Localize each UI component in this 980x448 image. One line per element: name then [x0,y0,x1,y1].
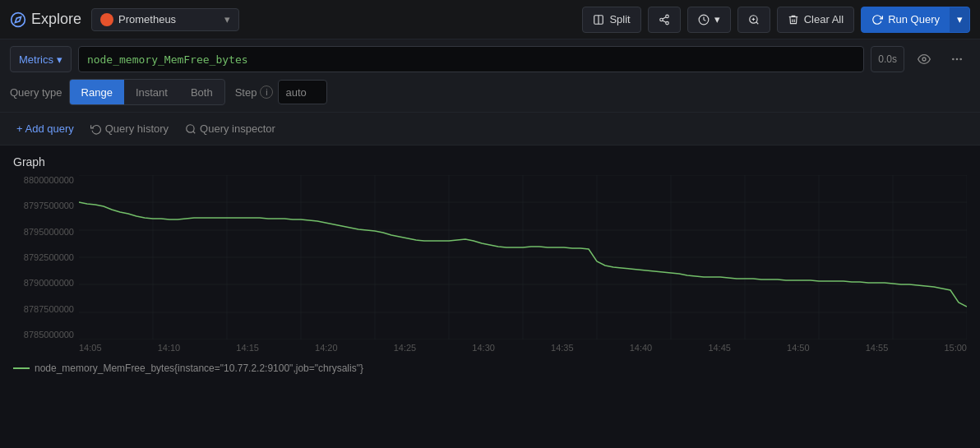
refresh-icon [871,14,883,25]
tab-both[interactable]: Both [179,80,224,104]
y-label-6: 8785000000 [24,330,74,339]
time-picker-button[interactable]: ▾ [687,7,731,33]
run-query-main[interactable]: Run Query [862,7,950,33]
eye-button[interactable] [911,46,937,72]
graph-section: Graph 8800000000 8797500000 8795000000 8… [0,145,980,429]
x-label-7: 14:40 [630,343,653,353]
zoom-button[interactable] [737,7,770,33]
split-icon [593,14,604,25]
split-label: Split [609,13,630,25]
x-label-0: 14:05 [79,343,102,353]
query-inspector-button[interactable]: Query inspector [178,119,282,138]
x-label-6: 14:35 [551,343,574,353]
query-type-label: Query type [10,86,62,99]
compass-icon [10,12,26,28]
svg-line-19 [193,131,196,133]
explore-title: Explore [31,11,81,28]
tab-instant[interactable]: Instant [124,80,179,104]
legend-text: node_memory_MemFree_bytes{instance="10.7… [35,363,363,374]
clear-all-label: Clear All [804,13,844,25]
metrics-label: Metrics [19,53,53,66]
x-label-1: 14:10 [158,343,181,353]
header-right: Split ▾ Clear All [582,7,970,33]
x-axis: 14:05 14:10 14:15 14:20 14:25 14:30 14:3… [79,339,967,356]
chevron-time-icon: ▾ [714,13,720,25]
svg-point-16 [956,58,957,59]
tab-instant-label: Instant [136,86,168,99]
query-history-label: Query history [105,122,169,135]
svg-line-11 [756,21,758,24]
svg-point-18 [187,124,194,132]
run-query-button[interactable]: Run Query ▾ [861,7,970,33]
eye-icon [918,53,931,66]
inspector-icon [185,123,196,135]
chart-container [79,175,967,339]
svg-point-5 [659,18,663,21]
more-button[interactable] [944,46,970,72]
add-query-label: + Add query [16,122,74,135]
query-history-button[interactable]: Query history [84,119,175,138]
share-icon [659,14,670,25]
run-query-arrow[interactable]: ▾ [950,7,969,33]
query-inspector-label: Query inspector [200,122,275,135]
query-time: 0.0s [871,46,904,72]
legend-line [13,367,30,369]
clock-icon [698,14,710,25]
add-query-button[interactable]: + Add query [10,119,81,138]
trash-icon [788,14,799,25]
info-icon[interactable]: i [260,85,273,99]
clear-all-button[interactable]: Clear All [777,7,854,33]
x-label-8: 14:45 [708,343,731,353]
query-input[interactable] [78,46,864,72]
y-label-0: 8800000000 [24,175,74,185]
svg-point-15 [953,58,954,59]
x-label-2: 14:15 [236,343,259,353]
legend: node_memory_MemFree_bytes{instance="10.7… [13,363,967,374]
share-button[interactable] [648,7,681,33]
x-label-11: 15:00 [944,343,967,353]
y-label-3: 8792500000 [24,252,74,262]
query-type-tabs: Range Instant Both [69,79,225,105]
header: Explore Prometheus ▾ Split ▾ [0,0,980,39]
y-label-4: 8790000000 [24,278,74,288]
tab-both-label: Both [191,86,213,99]
query-row: Metrics ▾ 0.0s [10,46,970,72]
svg-point-17 [960,58,961,59]
y-axis: 8800000000 8797500000 8795000000 8792500… [13,175,79,339]
metrics-button[interactable]: Metrics ▾ [10,46,72,72]
y-label-1: 8797500000 [24,201,74,210]
ellipsis-icon [950,53,964,66]
datasource-selector[interactable]: Prometheus ▾ [91,8,239,31]
svg-point-6 [665,21,668,25]
svg-point-0 [12,12,25,26]
query-time-value: 0.0s [878,53,897,65]
tab-range[interactable]: Range [70,80,124,104]
chart-svg [79,175,967,339]
x-label-10: 14:55 [866,343,889,353]
svg-point-14 [922,58,926,61]
prometheus-icon [100,13,113,26]
split-button[interactable]: Split [582,7,640,33]
run-query-label: Run Query [888,13,940,25]
graph-title: Graph [13,155,967,169]
header-left: Explore Prometheus ▾ [10,8,239,31]
step-input[interactable] [278,80,327,104]
zoom-icon [748,14,760,25]
x-label-3: 14:20 [315,343,338,353]
svg-line-8 [663,16,666,18]
svg-line-7 [663,20,666,21]
query-section: Metrics ▾ 0.0s Query type Range Instant [0,39,980,113]
action-bar: + Add query Query history Query inspecto… [0,113,980,145]
svg-point-4 [665,15,668,18]
tab-range-label: Range [81,86,113,99]
query-type-row: Query type Range Instant Both Step i [10,79,970,105]
y-label-5: 8787500000 [24,304,74,314]
datasource-name: Prometheus [118,13,176,25]
explore-logo: Explore [10,11,81,28]
graph-area: 8800000000 8797500000 8795000000 8792500… [13,175,967,356]
history-icon [90,123,102,135]
x-label-9: 14:50 [787,343,810,353]
svg-marker-1 [15,16,21,22]
y-label-2: 8795000000 [24,227,74,237]
x-label-5: 14:30 [472,343,495,353]
